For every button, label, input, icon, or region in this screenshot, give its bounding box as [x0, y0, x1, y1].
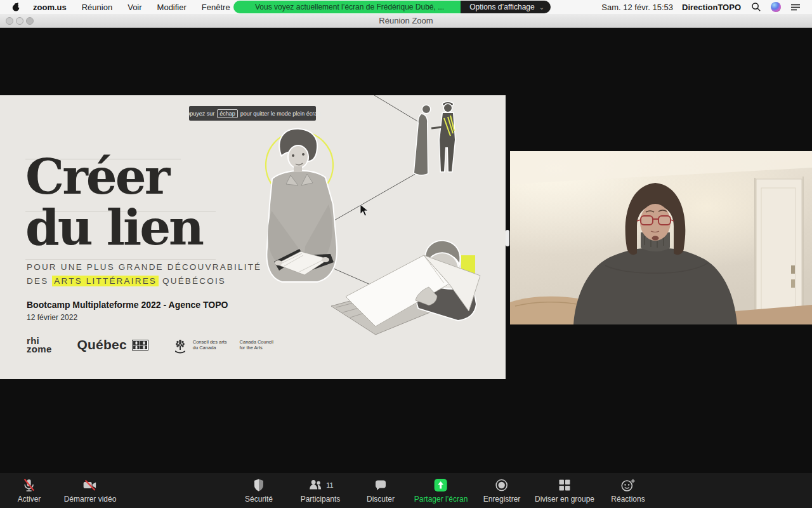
record-label: Enregistrer [483, 495, 521, 504]
siri-icon[interactable] [771, 2, 781, 12]
apple-menu-icon[interactable] [11, 2, 21, 12]
child-with-book-figure [331, 241, 480, 335]
chat-label: Discuter [367, 495, 395, 504]
record-icon [483, 477, 521, 493]
canada-council-en-text: Canada Council for the Arts [233, 339, 273, 351]
rhizome-logo: rhi zome [27, 337, 52, 353]
start-video-button[interactable]: Démarrer vidéo [64, 477, 117, 504]
spotlight-search-icon[interactable] [751, 2, 761, 12]
subtitle-line2: DES ARTS LITTÉRAIRES QUÉBÉCOIS [27, 274, 261, 288]
security-label: Sécurité [245, 495, 273, 504]
rhizome-logo-line2: zome [27, 345, 52, 353]
menu-zoom-us[interactable]: zoom.us [33, 3, 67, 12]
vintage-couple-figures [414, 102, 455, 175]
canada-council-tree-icon [173, 335, 188, 354]
reactions-smiley-icon [611, 477, 645, 493]
start-video-label: Démarrer vidéo [64, 495, 117, 504]
display-options-label: Options d’affichage [469, 3, 535, 11]
subtitle-line1: POUR UNE PLUS GRANDE DÉCOUVRABILITÉ [27, 260, 261, 274]
zoom-meeting-screen: zoom.us Réunion Voir Modifier Fenêtre Vo… [0, 0, 812, 508]
microphone-muted-icon [18, 477, 41, 493]
slide-logos-row: rhi zome Québec [27, 331, 273, 358]
subtitle-line2-suffix: QUÉBÉCOIS [162, 276, 226, 286]
menu-bar-user[interactable]: DirectionTOPO [682, 3, 741, 12]
panel-resize-handle[interactable] [506, 230, 509, 246]
notification-center-icon[interactable] [790, 2, 801, 12]
participants-button[interactable]: 11 Participants [301, 477, 341, 504]
chevron-down-icon: ⌄ [539, 4, 544, 11]
participants-count: 11 [326, 481, 333, 489]
esc-tooltip-suffix: pour quitter le mode plein écran. [240, 110, 322, 117]
reactions-label: Réactions [611, 495, 645, 504]
screen-share-banner: Vous voyez actuellement l’écran de Frédé… [233, 1, 551, 13]
quebec-logo: Québec [77, 337, 148, 352]
share-screen-icon [414, 477, 468, 493]
participants-label: Participants [301, 495, 341, 504]
menu-bar-clock[interactable]: Sam. 12 févr. 15:53 [601, 3, 673, 12]
slide-title-line1: Créer [25, 151, 202, 202]
slide-title-line2: du lien [25, 202, 202, 253]
slide-subtitle: POUR UNE PLUS GRANDE DÉCOUVRABILITÉ DES … [27, 260, 261, 288]
slide-date-line: 12 février 2022 [27, 313, 77, 322]
breakout-grid-icon [535, 477, 594, 493]
subtitle-line2-prefix: DES [27, 276, 48, 286]
webcam-video-image [510, 151, 812, 324]
chat-button[interactable]: Discuter [367, 477, 395, 504]
menu-bar-status-area: Sam. 12 févr. 15:53 DirectionTOPO [601, 0, 812, 14]
subtitle-highlight: ARTS LITTÉRAIRES [52, 276, 159, 286]
participant-video-feed[interactable] [510, 151, 812, 324]
display-options-button[interactable]: Options d’affichage ⌄ [461, 1, 551, 13]
macos-menu-bar: zoom.us Réunion Voir Modifier Fenêtre Vo… [0, 0, 812, 14]
mute-button[interactable]: Activer [18, 477, 41, 504]
esc-tooltip-prefix: Appuyez sur [183, 110, 214, 117]
quebec-flag-icon [132, 340, 148, 351]
shield-icon [245, 477, 273, 493]
woman-with-book-figure [267, 130, 336, 281]
slide-event-line: Bootcamp Multiplateforme 2022 - Agence T… [27, 300, 228, 310]
quebec-wordmark: Québec [77, 337, 127, 352]
esc-key-label: échap [217, 109, 238, 118]
menu-modifier[interactable]: Modifier [157, 3, 187, 12]
share-screen-button[interactable]: Partager l’écran [414, 477, 468, 504]
menu-voir[interactable]: Voir [128, 3, 141, 12]
mute-label: Activer [18, 495, 41, 504]
slide-title: Créer du lien [25, 151, 202, 253]
meeting-toolbar: Activer Démarrer vidéo [0, 473, 812, 508]
reactions-button[interactable]: Réactions [611, 477, 645, 504]
window-title: Réunion Zoom [0, 16, 812, 25]
shared-screen-slide: Créer du lien POUR UNE PLUS GRANDE DÉCOU… [0, 95, 506, 379]
canada-council-fr-text: Conseil des arts du Canada [193, 339, 227, 351]
share-screen-label: Partager l’écran [414, 495, 468, 504]
fullscreen-esc-tooltip: Appuyez sur échap pour quitter le mode p… [189, 106, 316, 121]
record-button[interactable]: Enregistrer [483, 477, 521, 504]
window-title-bar: Réunion Zoom [0, 14, 812, 28]
breakout-rooms-button[interactable]: Diviser en groupe [535, 477, 594, 504]
share-banner-text: Vous voyez actuellement l’écran de Frédé… [233, 1, 461, 13]
participants-icon [307, 478, 324, 493]
canada-council-logo: Conseil des arts du Canada Canada Counci… [173, 335, 273, 354]
mouse-cursor [360, 204, 368, 216]
chat-bubble-icon [367, 477, 395, 493]
menu-reunion[interactable]: Réunion [82, 3, 112, 12]
security-button[interactable]: Sécurité [245, 477, 273, 504]
breakout-rooms-label: Diviser en groupe [535, 495, 594, 504]
camera-off-icon [64, 477, 117, 493]
menu-fenetre[interactable]: Fenêtre [202, 3, 230, 12]
